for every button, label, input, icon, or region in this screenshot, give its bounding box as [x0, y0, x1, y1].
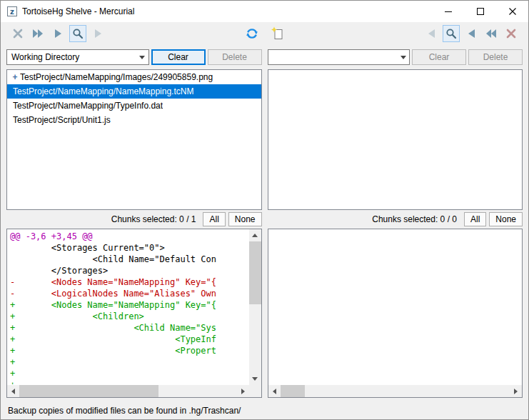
move-chunks-right-button[interactable]	[89, 25, 106, 42]
window-title: TortoiseHg Shelve - Mercurial	[22, 6, 432, 16]
left-panel: Working Directory Clear Delete + TestPro…	[6, 49, 262, 398]
diff-line: @@ -3,6 +3,45 @@	[10, 231, 248, 242]
chunks-bar-right: Chunks selected: 0 / 0 All None	[268, 211, 523, 227]
file-name: TestProject/Script/Unit1.js	[13, 115, 111, 125]
scroll-right-icon[interactable]	[510, 385, 522, 397]
scroll-up-icon[interactable]	[249, 229, 261, 241]
scrollbar-thumb[interactable]	[249, 241, 261, 304]
scrollbar-corner	[249, 385, 261, 397]
new-file-icon	[271, 26, 285, 41]
left-arrow-disabled-icon	[428, 29, 435, 38]
maximize-button[interactable]	[464, 1, 496, 22]
scroll-right-icon[interactable]	[237, 385, 249, 397]
diff-code-right	[271, 231, 510, 384]
delete-chunks-button[interactable]	[9, 25, 26, 42]
all-button-left[interactable]: All	[203, 212, 225, 226]
diff-line: <Child Name="Default Con	[10, 254, 248, 265]
move-file-left-button[interactable]	[463, 25, 480, 42]
diff-line: + <Children>	[10, 311, 248, 322]
right-panel: Clear Delete Chunks selected: 0 / 0 All …	[268, 49, 523, 398]
edit-file-right-button[interactable]	[443, 25, 460, 42]
x-icon	[506, 29, 516, 39]
move-chunks-left-button[interactable]	[423, 25, 440, 42]
title-bar: z TortoiseHg Shelve - Mercurial	[1, 1, 528, 22]
file-row[interactable]: + TestProject/NameMapping/Images/2499058…	[7, 70, 261, 84]
diff-line: - <LogicalNodes Name="Aliases" Own	[10, 288, 248, 299]
vertical-scrollbar[interactable]	[249, 229, 261, 385]
file-name: TestProject/NameMapping/NameMapping.tcNM	[13, 86, 193, 96]
diff-line: <Storages Current="0">	[10, 242, 248, 254]
double-right-arrow-icon	[32, 29, 44, 38]
diff-line: + <Nodes Name="NameMapping" Key="{	[10, 299, 248, 311]
chevron-down-icon	[397, 50, 409, 64]
diff-line: +	[10, 368, 248, 379]
scrollbar-thumb[interactable]	[281, 385, 305, 397]
chunks-selected-label: Chunks selected: 0 / 0	[372, 214, 457, 224]
app-icon: z	[6, 6, 18, 17]
file-row[interactable]: TestProject/NameMapping/NameMapping.tcNM	[7, 84, 261, 99]
left-arrow-icon	[468, 29, 475, 38]
chevron-down-icon	[136, 50, 148, 64]
combo-value: Working Directory	[11, 52, 136, 62]
status-bar: Backup copies of modified files can be f…	[1, 402, 528, 419]
diff-view-left[interactable]: @@ -3,6 +3,45 @@ <Storages Current="0"> …	[6, 229, 262, 398]
svg-text:z: z	[10, 8, 14, 16]
magnifier-icon	[445, 28, 457, 39]
none-button-left[interactable]: None	[228, 212, 262, 226]
file-row[interactable]: TestProject/Script/Unit1.js	[7, 113, 261, 127]
diff-line: + <Child Name="Sys	[10, 322, 248, 334]
scroll-left-icon[interactable]	[7, 385, 19, 397]
shelf-selector-left[interactable]: Working Directory	[6, 49, 149, 65]
close-button[interactable]	[496, 1, 528, 22]
none-button-right[interactable]: None	[489, 212, 523, 226]
horizontal-scrollbar[interactable]	[268, 385, 523, 397]
magnifier-icon	[72, 28, 84, 39]
file-status-add-icon: +	[10, 72, 20, 82]
right-arrow-disabled-icon	[94, 29, 102, 38]
right-arrow-icon	[54, 29, 62, 38]
refresh-icon	[245, 26, 259, 41]
shelve-window: z TortoiseHg Shelve - Mercurial	[0, 0, 529, 420]
double-left-arrow-icon	[485, 29, 497, 38]
diff-line: +	[10, 379, 248, 384]
scroll-down-icon[interactable]	[249, 373, 261, 385]
new-shelf-button[interactable]	[269, 25, 286, 42]
close-icon	[509, 8, 516, 15]
scroll-left-icon[interactable]	[268, 385, 281, 397]
minimize-button[interactable]	[432, 1, 464, 22]
left-controls: Working Directory Clear Delete	[6, 49, 262, 65]
chunks-bar-left: Chunks selected: 0 / 1 All None	[6, 211, 262, 227]
file-list-left[interactable]: + TestProject/NameMapping/Images/2499058…	[6, 69, 262, 210]
clear-button-right: Clear	[412, 49, 466, 65]
horizontal-scrollbar[interactable]	[7, 385, 249, 397]
scrollbar-thumb[interactable]	[19, 385, 158, 397]
toolbar-right-group	[423, 25, 520, 42]
file-list-right[interactable]	[268, 69, 523, 210]
file-row[interactable]: TestProject/NameMapping/TypeInfo.dat	[7, 99, 261, 113]
diff-code-left: @@ -3,6 +3,45 @@ <Storages Current="0"> …	[10, 231, 248, 384]
status-text: Backup copies of modified files can be f…	[8, 406, 241, 416]
diff-line: - <Nodes Name="NameMapping" Key="{	[10, 276, 248, 288]
toolbar-center-group	[243, 25, 286, 42]
content-area: Working Directory Clear Delete + TestPro…	[1, 45, 528, 402]
diff-line: +	[10, 356, 248, 368]
move-all-left-button[interactable]	[483, 25, 500, 42]
clear-button-left[interactable]: Clear	[151, 49, 206, 65]
all-button-right[interactable]: All	[464, 212, 486, 226]
move-file-right-button[interactable]	[49, 25, 66, 42]
delete-right-button[interactable]	[503, 25, 520, 42]
diff-line: </Storages>	[10, 265, 248, 276]
file-name: TestProject/NameMapping/TypeInfo.dat	[13, 101, 163, 111]
diff-view-right[interactable]	[268, 229, 523, 398]
maximize-icon	[477, 8, 484, 15]
delete-button-left: Delete	[208, 49, 262, 65]
right-controls: Clear Delete	[268, 49, 523, 65]
move-all-right-button[interactable]	[29, 25, 46, 42]
diff-line: + <TypeInf	[10, 334, 248, 345]
refresh-button[interactable]	[243, 25, 261, 42]
toolbar-left-group	[9, 25, 106, 42]
shelf-selector-right[interactable]	[268, 49, 410, 65]
chunks-selected-label: Chunks selected: 0 / 1	[111, 214, 196, 224]
edit-file-left-button[interactable]	[69, 25, 86, 42]
file-name: TestProject/NameMapping/Images/249905859…	[20, 72, 213, 82]
